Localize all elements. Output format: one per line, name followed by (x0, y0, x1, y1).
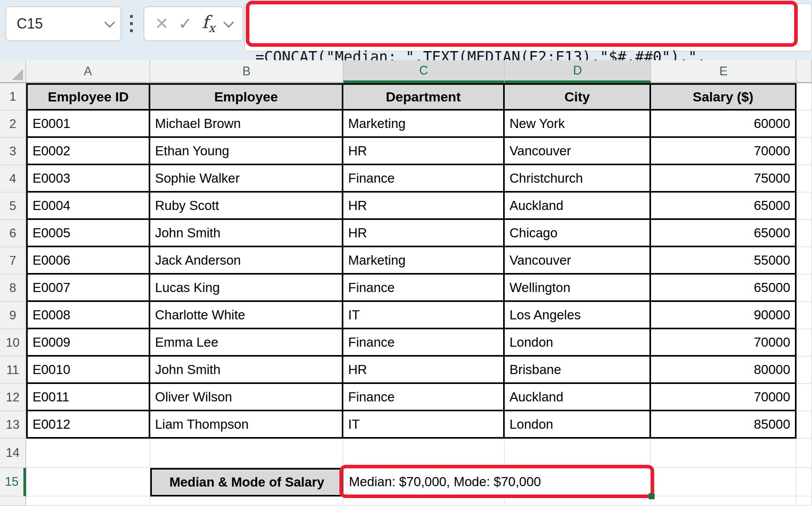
cell-B1[interactable]: Employee (150, 83, 343, 111)
row-header-1[interactable]: 1 (0, 83, 26, 111)
cell-A14[interactable] (26, 439, 150, 468)
row-header-7[interactable]: 7 (0, 247, 26, 275)
cell-B5[interactable]: Ruby Scott (150, 193, 343, 220)
cell-F8[interactable] (797, 275, 812, 302)
cell-D8[interactable]: Wellington (505, 275, 651, 302)
cell-A16[interactable] (26, 496, 150, 506)
cell-B15-summary-label[interactable]: Median & Mode of Salary (150, 468, 343, 496)
cell-E16[interactable] (651, 496, 797, 506)
cell-C14[interactable] (343, 439, 505, 468)
row-header-2[interactable]: 2 (0, 111, 26, 138)
cell-E5[interactable]: 65000 (651, 193, 797, 220)
cell-D9[interactable]: Los Angeles (505, 302, 651, 329)
cell-C2[interactable]: Marketing (343, 111, 505, 138)
cell-A4[interactable]: E0003 (26, 165, 150, 193)
cell-D12[interactable]: Auckland (505, 384, 651, 411)
cell-A13[interactable]: E0012 (26, 411, 150, 439)
column-header-B[interactable]: B (150, 60, 343, 83)
row-header-13[interactable]: 13 (0, 411, 26, 439)
cell-B10[interactable]: Emma Lee (150, 329, 343, 357)
cell-E9[interactable]: 90000 (651, 302, 797, 329)
cell-B16[interactable] (150, 496, 343, 506)
row-header-5[interactable]: 5 (0, 193, 26, 220)
cell-B11[interactable]: John Smith (150, 357, 343, 384)
cell-B7[interactable]: Jack Anderson (150, 247, 343, 275)
cell-A2[interactable]: E0001 (26, 111, 150, 138)
column-header-D[interactable]: D (505, 60, 651, 83)
cell-E7[interactable]: 55000 (651, 247, 797, 275)
fill-handle[interactable] (649, 493, 655, 499)
row-header-9[interactable]: 9 (0, 302, 26, 329)
cell-D2[interactable]: New York (505, 111, 651, 138)
column-header-A[interactable]: A (26, 60, 150, 83)
cell-F14[interactable] (797, 439, 812, 468)
cell-E12[interactable]: 70000 (651, 384, 797, 411)
cell-D1[interactable]: City (505, 83, 651, 111)
cell-C13[interactable]: IT (343, 411, 505, 439)
cell-C12[interactable]: Finance (343, 384, 505, 411)
cell-C5[interactable]: HR (343, 193, 505, 220)
cell-D4[interactable]: Christchurch (505, 165, 651, 193)
cell-C15-selected-result[interactable]: Median: $70,000, Mode: $70,000 (343, 468, 651, 496)
cell-B8[interactable]: Lucas King (150, 275, 343, 302)
enter-icon[interactable]: ✓ (178, 15, 192, 32)
column-header-C[interactable]: C (343, 60, 505, 83)
cell-A9[interactable]: E0008 (26, 302, 150, 329)
cell-A5[interactable]: E0004 (26, 193, 150, 220)
cell-E2[interactable]: 60000 (651, 111, 797, 138)
cell-A10[interactable]: E0009 (26, 329, 150, 357)
row-header-14[interactable]: 14 (0, 439, 26, 468)
cell-C7[interactable]: Marketing (343, 247, 505, 275)
cell-F5[interactable] (797, 193, 812, 220)
name-box[interactable]: C15 (6, 6, 121, 41)
column-header-E[interactable]: E (651, 60, 797, 83)
cell-D6[interactable]: Chicago (505, 220, 651, 247)
cell-F15[interactable] (797, 468, 812, 496)
cell-A6[interactable]: E0005 (26, 220, 150, 247)
cell-E8[interactable]: 65000 (651, 275, 797, 302)
cell-A3[interactable]: E0002 (26, 138, 150, 165)
cell-F12[interactable] (797, 384, 812, 411)
cell-B14[interactable] (150, 439, 343, 468)
cell-F3[interactable] (797, 138, 812, 165)
cell-F13[interactable] (797, 411, 812, 439)
cell-C1[interactable]: Department (343, 83, 505, 111)
cell-E15[interactable] (651, 468, 797, 496)
cell-E6[interactable]: 65000 (651, 220, 797, 247)
cell-B6[interactable]: John Smith (150, 220, 343, 247)
cell-A8[interactable]: E0007 (26, 275, 150, 302)
cell-D16[interactable] (505, 496, 651, 506)
cell-B12[interactable]: Oliver Wilson (150, 384, 343, 411)
chevron-down-icon[interactable] (223, 17, 234, 28)
cell-A7[interactable]: E0006 (26, 247, 150, 275)
cell-D13[interactable]: London (505, 411, 651, 439)
cell-F6[interactable] (797, 220, 812, 247)
cell-E1[interactable]: Salary ($) (651, 83, 797, 111)
cell-E11[interactable]: 80000 (651, 357, 797, 384)
row-header-16[interactable] (0, 496, 26, 506)
cell-F7[interactable] (797, 247, 812, 275)
cell-C9[interactable]: IT (343, 302, 505, 329)
cell-F4[interactable] (797, 165, 812, 193)
cell-E13[interactable]: 85000 (651, 411, 797, 439)
cell-F9[interactable] (797, 302, 812, 329)
cell-E14[interactable] (651, 439, 797, 468)
cell-C16[interactable] (343, 496, 505, 506)
cell-E10[interactable]: 70000 (651, 329, 797, 357)
cell-A1[interactable]: Employee ID (26, 83, 150, 111)
cell-F1[interactable] (797, 83, 812, 111)
cell-C8[interactable]: Finance (343, 275, 505, 302)
row-header-15[interactable]: 15 (0, 468, 26, 496)
cell-C10[interactable]: Finance (343, 329, 505, 357)
cell-F2[interactable] (797, 111, 812, 138)
select-all-button[interactable] (0, 60, 26, 83)
cell-E3[interactable]: 70000 (651, 138, 797, 165)
cell-A12[interactable]: E0011 (26, 384, 150, 411)
cell-D7[interactable]: Vancouver (505, 247, 651, 275)
row-header-8[interactable]: 8 (0, 275, 26, 302)
cell-C6[interactable]: HR (343, 220, 505, 247)
row-header-3[interactable]: 3 (0, 138, 26, 165)
cell-C11[interactable]: HR (343, 357, 505, 384)
cell-D10[interactable]: London (505, 329, 651, 357)
cell-A15[interactable] (26, 468, 150, 496)
